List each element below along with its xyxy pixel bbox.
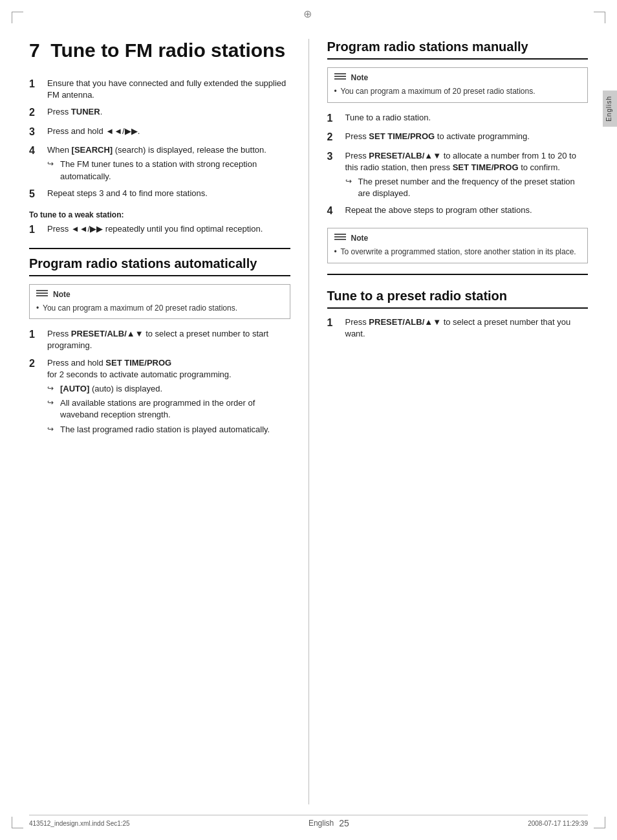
manual-step-content-2: Press SET TIME/PROG to activate programm…: [345, 131, 589, 142]
manual-note-box: Note You can program a maximum of 20 pre…: [327, 67, 589, 103]
step-num-3: 3: [29, 125, 43, 139]
auto-section-heading: Program radio stations automatically: [29, 256, 290, 276]
auto-step-num-1: 1: [29, 327, 43, 342]
auto-step-2-arrow-1: ↪ [AUTO] (auto) is displayed.: [47, 383, 290, 395]
step-num-4: 4: [29, 144, 43, 158]
auto-step-content-2: Press and hold SET TIME/PROGfor 2 second…: [47, 357, 290, 436]
weak-station-steps: 1 Press ◄◄/▶▶ repeatedly until you find …: [29, 223, 290, 237]
manual-note-label: Note: [351, 73, 369, 82]
step-num-5: 5: [29, 187, 43, 201]
manual-note-header: Note: [334, 73, 581, 82]
step-4: 4 When [SEARCH] (search) is displayed, r…: [29, 144, 290, 182]
auto-step-num-2: 2: [29, 357, 43, 371]
manual-step-3-sub-1: The preset number and the frequency of t…: [358, 176, 589, 199]
auto-step-2: 2 Press and hold SET TIME/PROGfor 2 seco…: [29, 357, 290, 436]
manual-note-item-1: You can program a maximum of 20 preset r…: [334, 86, 581, 97]
preset-step-content-1: Press PRESET/ALB/▲▼ to select a preset n…: [345, 316, 589, 340]
manual-step-num-3: 3: [327, 149, 341, 164]
corner-mark-br: [594, 817, 605, 828]
auto-note-header: Note: [36, 290, 283, 299]
note-icon-manual: [334, 73, 347, 82]
footer-lang: English: [308, 819, 334, 828]
auto-section-divider: [29, 248, 290, 249]
auto-note-text: You can program a maximum of 20 preset r…: [36, 303, 283, 314]
auto-step-2-sub-3: The last programed radio station is play…: [60, 424, 270, 436]
manual-step-content-4: Repeat the above steps to program other …: [345, 204, 589, 216]
step-content-1: Ensure that you have connected and fully…: [47, 78, 290, 101]
arrow-sym-a2: ↪: [47, 397, 58, 408]
manual-step-num-2: 2: [327, 130, 341, 144]
manual-step-4: 4 Repeat the above steps to program othe…: [327, 204, 589, 218]
auto-step-2-sub-1: [AUTO] (auto) is displayed.: [60, 383, 162, 395]
preset-step-num-1: 1: [327, 316, 341, 330]
preset-step-1: 1 Press PRESET/ALB/▲▼ to select a preset…: [327, 316, 589, 340]
weak-step-num-1: 1: [29, 223, 43, 237]
step-content-4: When [SEARCH] (search) is displayed, rel…: [47, 144, 290, 182]
auto-note-box: Note You can program a maximum of 20 pre…: [29, 284, 290, 320]
auto-step-2-sub-2: All available stations are programmed in…: [60, 397, 290, 421]
manual-note-label-2: Note: [351, 234, 369, 243]
weak-step-content-1: Press ◄◄/▶▶ repeatedly until you find op…: [47, 223, 290, 235]
arrow-sym-a1: ↪: [47, 383, 58, 394]
corner-mark-tr: [594, 12, 605, 23]
manual-note-text-2: To overwrite a programmed station, store…: [334, 247, 581, 258]
manual-section-heading: Program radio stations manually: [327, 39, 589, 60]
preset-section-heading: Tune to a preset radio station: [327, 288, 589, 309]
manual-note-header-2: Note: [334, 234, 581, 243]
note-icon-manual-2: [334, 234, 347, 243]
weak-station-label: To tune to a weak station:: [29, 210, 290, 219]
chapter-heading: 7 Tune to FM radio stations: [29, 39, 290, 62]
arrow-sym-a3: ↪: [47, 424, 58, 435]
weak-step-1: 1 Press ◄◄/▶▶ repeatedly until you find …: [29, 223, 290, 237]
manual-step-3: 3 Press PRESET/ALB/▲▼ to allocate a numb…: [327, 150, 589, 200]
step-3: 3 Press and hold ◄◄/▶▶.: [29, 126, 290, 139]
step-5: 5 Repeat steps 3 and 4 to find more stat…: [29, 188, 290, 201]
manual-step-content-3: Press PRESET/ALB/▲▼ to allocate a number…: [345, 150, 589, 200]
corner-mark-tl: [12, 12, 23, 23]
left-column: 7 Tune to FM radio stations 1 Ensure tha…: [29, 39, 309, 804]
language-side-tab: English: [603, 91, 617, 127]
content-area: 7 Tune to FM radio stations 1 Ensure tha…: [29, 39, 588, 804]
auto-note-item-1: You can program a maximum of 20 preset r…: [36, 303, 283, 314]
manual-step-num-4: 4: [327, 204, 341, 218]
auto-step-1: 1 Press PRESET/ALB/▲▼ to select a preset…: [29, 328, 290, 351]
right-column: Program radio stations manually Note You…: [309, 39, 589, 804]
manual-step-3-arrow-1: ↪ The preset number and the frequency of…: [345, 176, 589, 199]
manual-note-text: You can program a maximum of 20 preset r…: [334, 86, 581, 97]
preset-section-divider: [327, 274, 589, 275]
footer-center: English 25: [308, 818, 349, 828]
manual-step-content-1: Tune to a radio station.: [345, 112, 589, 124]
footer: 413512_indesign.xml.indd Sec1:25 English…: [29, 815, 588, 828]
step-content-5: Repeat steps 3 and 4 to find more statio…: [47, 188, 290, 199]
manual-step-num-1: 1: [327, 111, 341, 126]
arrow-sym: ↪: [47, 159, 58, 170]
chapter-title: Tune to FM radio stations: [50, 39, 285, 61]
reg-mark-top: [303, 8, 314, 18]
manual-note-item-2: To overwrite a programmed station, store…: [334, 247, 581, 258]
step-content-3: Press and hold ◄◄/▶▶.: [47, 126, 290, 137]
arrow-sym-m1: ↪: [345, 176, 356, 187]
chapter-num: 7: [29, 39, 40, 61]
step-num-2: 2: [29, 105, 43, 120]
footer-left: 413512_indesign.xml.indd Sec1:25: [29, 820, 130, 827]
step-content-2: Press TUNER.: [47, 106, 290, 118]
step-4-arrow-1: ↪ The FM tuner tunes to a station with s…: [47, 159, 290, 182]
page-wrapper: English 7 Tune to FM radio stations 1 En…: [0, 0, 617, 840]
auto-step-content-1: Press PRESET/ALB/▲▼ to select a preset n…: [47, 328, 290, 351]
footer-right: 2008-07-17 11:29:39: [528, 820, 588, 827]
step-1: 1 Ensure that you have connected and ful…: [29, 78, 290, 101]
step-num-1: 1: [29, 77, 43, 91]
step-4-sub-1: The FM tuner tunes to a station with str…: [60, 159, 290, 182]
manual-steps: 1 Tune to a radio station. 2 Press SET T…: [327, 112, 589, 219]
preset-steps: 1 Press PRESET/ALB/▲▼ to select a preset…: [327, 316, 589, 340]
step-2: 2 Press TUNER.: [29, 106, 290, 120]
auto-step-2-arrow-2: ↪ All available stations are programmed …: [47, 397, 290, 421]
manual-step-1: 1 Tune to a radio station.: [327, 112, 589, 126]
manual-note-box-2: Note To overwrite a programmed station, …: [327, 228, 589, 263]
auto-steps: 1 Press PRESET/ALB/▲▼ to select a preset…: [29, 328, 290, 436]
main-steps: 1 Ensure that you have connected and ful…: [29, 78, 290, 201]
corner-mark-bl: [12, 817, 23, 828]
manual-step-2: 2 Press SET TIME/PROG to activate progra…: [327, 131, 589, 144]
auto-step-2-arrow-3: ↪ The last programed radio station is pl…: [47, 424, 290, 436]
auto-note-label: Note: [53, 290, 70, 299]
